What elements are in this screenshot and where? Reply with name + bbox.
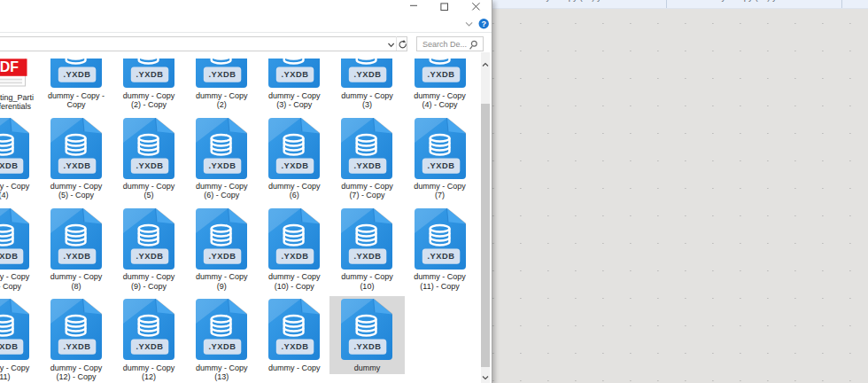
svg-text:.YXDB: .YXDB	[282, 252, 309, 261]
svg-text:.YXDB: .YXDB	[136, 160, 164, 169]
svg-text:.YXDB: .YXDB	[63, 160, 90, 169]
svg-text:.YXDB: .YXDB	[427, 160, 454, 169]
svg-text:.YXDB: .YXDB	[209, 252, 236, 261]
svg-text:?: ?	[481, 20, 486, 28]
svg-text:.YXDB: .YXDB	[354, 342, 382, 351]
svg-text:.YXDB: .YXDB	[0, 342, 18, 351]
svg-text:.YXDB: .YXDB	[282, 342, 309, 351]
svg-text:.YXDB: .YXDB	[209, 70, 236, 79]
svg-text:.YXDB: .YXDB	[282, 70, 309, 79]
svg-text:.YXDB: .YXDB	[63, 342, 90, 351]
svg-text:.YXDB: .YXDB	[209, 160, 236, 169]
svg-text:.YXDB: .YXDB	[0, 160, 18, 169]
svg-text:.YXDB: .YXDB	[136, 342, 164, 351]
svg-text:.YXDB: .YXDB	[136, 70, 164, 79]
svg-text:.YXDB: .YXDB	[209, 342, 236, 351]
svg-text:.YXDB: .YXDB	[354, 70, 382, 79]
svg-text:PDF: PDF	[0, 60, 19, 75]
svg-text:.YXDB: .YXDB	[354, 160, 382, 169]
svg-text:.YXDB: .YXDB	[136, 252, 164, 261]
svg-text:.YXDB: .YXDB	[0, 252, 18, 261]
svg-text:.YXDB: .YXDB	[63, 70, 90, 79]
svg-text:.YXDB: .YXDB	[427, 252, 454, 261]
svg-text:.YXDB: .YXDB	[354, 252, 382, 261]
svg-text:.YXDB: .YXDB	[282, 160, 309, 169]
svg-text:.YXDB: .YXDB	[63, 252, 90, 261]
svg-text:.YXDB: .YXDB	[427, 70, 454, 79]
